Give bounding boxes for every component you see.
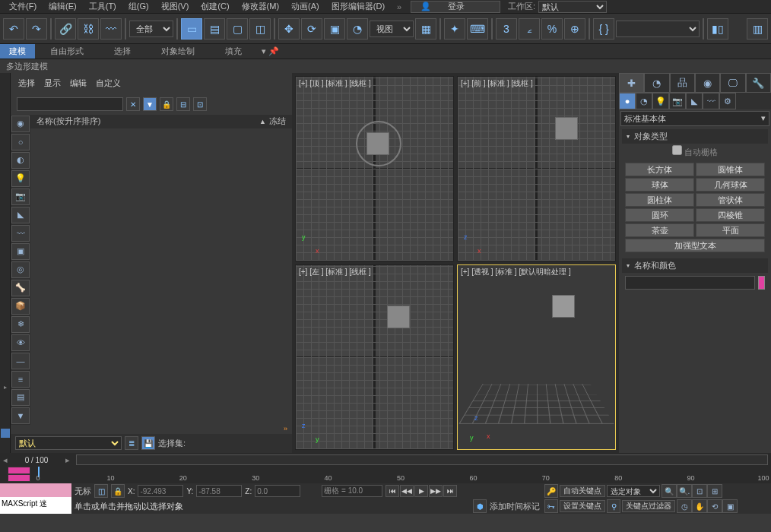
tube-button[interactable]: 管状体 xyxy=(696,193,765,207)
display-influences-icon[interactable]: ⊡ xyxy=(193,97,207,111)
object-type-rollout[interactable]: 对象类型 xyxy=(622,129,768,144)
zoom-all-icon[interactable]: 🔍. xyxy=(677,484,692,498)
modify-tab[interactable]: ◔ xyxy=(644,73,669,93)
filter-list-icon[interactable]: ≡ xyxy=(11,371,30,388)
key-target-dropdown[interactable]: 选定对象 xyxy=(607,485,660,497)
redo-button[interactable]: ↷ xyxy=(26,18,47,40)
filter-camera-icon[interactable]: 📷 xyxy=(11,188,30,205)
torus-button[interactable]: 圆环 xyxy=(625,208,694,222)
maxscript-output[interactable] xyxy=(0,483,71,497)
menu-edit[interactable]: 编辑(E) xyxy=(43,1,83,12)
geosphere-button[interactable]: 几何球体 xyxy=(696,178,765,192)
prev-key-icon[interactable]: ◂ xyxy=(0,455,11,465)
pivot-button[interactable]: ▦ xyxy=(415,18,436,40)
utilities-tab[interactable]: 🔧 xyxy=(746,73,771,93)
key-filter-icon[interactable]: ⚲ xyxy=(607,499,620,513)
viewport-front[interactable]: [+] [前 ] [标准 ] [线框 ] xz xyxy=(457,76,616,261)
zoom-extents-icon[interactable]: ⊡ xyxy=(692,484,707,498)
max-viewport-icon[interactable]: ▣ xyxy=(722,499,738,513)
ribbon-tab-model[interactable]: 建模 xyxy=(0,44,35,59)
filter-spacewarp-icon[interactable]: 〰 xyxy=(11,225,30,242)
column-name-header[interactable]: 名称(按升序排序) xyxy=(36,116,100,125)
menu-overflow-icon[interactable]: » xyxy=(391,2,403,11)
ref-coord-dropdown[interactable]: 视图 xyxy=(370,21,414,37)
menu-modifier[interactable]: 修改器(M) xyxy=(236,1,286,12)
keyboard-shortcut-button[interactable]: ⌨ xyxy=(467,18,488,40)
select-object-button[interactable]: ▭ xyxy=(181,18,202,40)
timeline[interactable]: 0102030405060708090100 xyxy=(0,467,771,483)
scene-search-input[interactable] xyxy=(17,97,123,111)
object-name-input[interactable] xyxy=(625,276,755,290)
ribbon-tab-populate[interactable]: 填充 xyxy=(210,46,257,57)
category-dropdown[interactable]: 标准基本体▾ xyxy=(620,111,769,126)
menu-file[interactable]: 文件(F) xyxy=(3,1,43,12)
orbit-icon[interactable]: ⟲ xyxy=(707,499,722,513)
add-time-tag-label[interactable]: 添加时间标记 xyxy=(490,501,540,512)
search-clear-icon[interactable]: ✕ xyxy=(126,97,140,111)
rect-region-button[interactable]: ▢ xyxy=(227,18,248,40)
filter-icon[interactable]: ▼ xyxy=(143,97,157,111)
filter-frozen-icon[interactable]: ❄ xyxy=(11,316,30,333)
filter-helper-icon[interactable]: ◣ xyxy=(11,207,30,223)
maxscript-input[interactable]: MAXScript 迷 xyxy=(0,497,71,514)
play-button[interactable]: ▶ xyxy=(414,485,428,497)
set-key-icon[interactable]: 🗝 xyxy=(544,499,558,513)
motion-tab[interactable]: ◉ xyxy=(695,73,720,93)
viewport-top[interactable]: [+] [顶 ] [标准 ] [线框 ] xy xyxy=(295,76,454,261)
named-sel-set-button[interactable]: { } xyxy=(593,18,614,40)
filter-layers-icon[interactable]: ▤ xyxy=(11,389,30,406)
set-key-button[interactable]: 设置关键点 xyxy=(560,500,605,512)
plane-button[interactable]: 平面 xyxy=(696,223,765,237)
link-button[interactable]: 🔗 xyxy=(55,18,76,40)
select-by-name-button[interactable]: ▤ xyxy=(204,18,225,40)
scene-menu-custom[interactable]: 自定义 xyxy=(96,78,121,89)
pyramid-button[interactable]: 四棱锥 xyxy=(696,208,765,222)
filter-geom-icon[interactable]: ○ xyxy=(11,134,30,150)
cylinder-button[interactable]: 圆柱体 xyxy=(625,193,694,207)
time-tag-icon[interactable]: ⬢ xyxy=(473,499,487,513)
viewport-front-label[interactable]: [+] [前 ] [标准 ] [线框 ] xyxy=(461,78,533,89)
lock-icon[interactable]: 🔒 xyxy=(160,97,173,111)
shapes-subtab[interactable]: ◔ xyxy=(636,93,652,109)
systems-subtab[interactable]: ⚙ xyxy=(719,93,736,109)
fov-icon[interactable]: ◷ xyxy=(677,499,692,513)
viewport-persp-label[interactable]: [+] [透视 ] [标准 ] [默认明暗处理 ] xyxy=(461,267,571,277)
rotate-button[interactable]: ⟳ xyxy=(301,18,322,40)
scene-list[interactable]: 名称(按升序排序) ▲ 冻结 xyxy=(30,115,292,425)
display-tab[interactable]: 🖵 xyxy=(720,73,745,93)
cone-button[interactable]: 圆锥体 xyxy=(696,163,765,176)
next-key-icon[interactable]: ▸ xyxy=(62,455,73,465)
filter-light-icon[interactable]: 💡 xyxy=(11,170,30,187)
isolate-icon[interactable]: ◫ xyxy=(94,484,108,498)
hierarchy-tab[interactable]: 品 xyxy=(670,73,695,93)
sort-asc-icon[interactable]: ▲ xyxy=(259,118,266,125)
name-color-rollout[interactable]: 名称和颜色 xyxy=(622,258,768,273)
ribbon-tab-freeform[interactable]: 自由形式 xyxy=(35,46,99,57)
pan-icon[interactable]: ✋ xyxy=(692,499,707,513)
bind-space-warp-button[interactable]: 〰 xyxy=(100,18,122,40)
coord-y-input[interactable] xyxy=(196,485,242,497)
angle-snap-button[interactable]: ⦟ xyxy=(519,18,540,40)
menu-group[interactable]: 组(G) xyxy=(122,1,155,12)
selset-save-icon[interactable]: 💾 xyxy=(141,436,155,450)
viewport-left-label[interactable]: [+] [左 ] [标准 ] [线框 ] xyxy=(299,267,371,277)
filter-shape-icon[interactable]: ◐ xyxy=(11,152,30,169)
manipulate-button[interactable]: ✦ xyxy=(444,18,465,40)
time-slider[interactable] xyxy=(76,454,768,465)
geometry-subtab[interactable]: ● xyxy=(619,93,636,109)
undo-button[interactable]: ↶ xyxy=(3,18,24,40)
ribbon-tab-objpaint[interactable]: 对象绘制 xyxy=(146,46,210,57)
next-frame-button[interactable]: ▶▶ xyxy=(429,485,443,497)
filter-group-icon[interactable]: ▣ xyxy=(11,243,30,260)
viewcube-persp-icon[interactable] xyxy=(552,295,575,318)
viewport-left[interactable]: [+] [左 ] [标准 ] [线框 ] yz xyxy=(295,264,454,450)
cameras-subtab[interactable]: 📷 xyxy=(669,93,686,109)
placement-button[interactable]: ◔ xyxy=(347,18,368,40)
lights-subtab[interactable]: 💡 xyxy=(652,93,669,109)
helpers-subtab[interactable]: ◣ xyxy=(686,93,703,109)
scale-button[interactable]: ▣ xyxy=(324,18,345,40)
filter-xref-icon[interactable]: ◎ xyxy=(11,261,30,278)
viewcube-top-icon[interactable] xyxy=(366,132,389,155)
frame-indicator[interactable]: 0 / 100 xyxy=(14,456,59,464)
key-filter-button[interactable]: 关键点过滤器 xyxy=(622,500,675,512)
